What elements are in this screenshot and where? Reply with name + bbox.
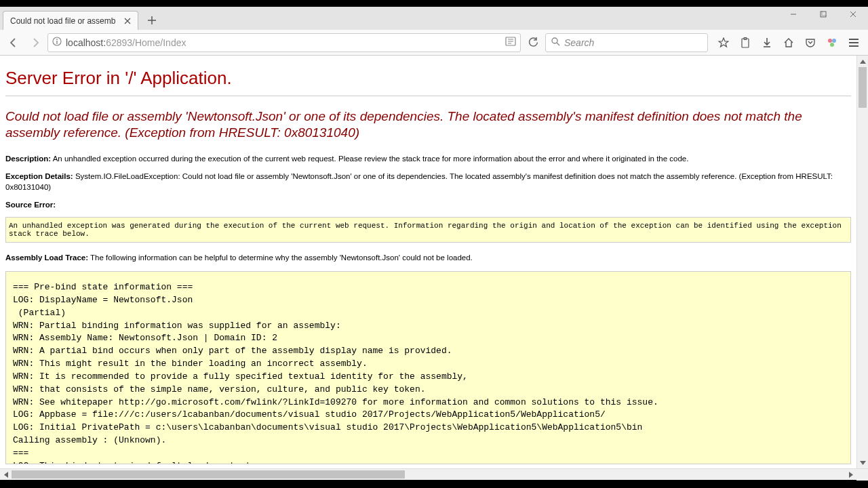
horizontal-scrollbar-thumb[interactable] [12, 470, 405, 479]
svg-point-10 [830, 43, 834, 47]
source-error-box: An unhandled exception was generated dur… [5, 217, 851, 243]
svg-point-2 [53, 37, 61, 45]
description-label: Description: [5, 155, 51, 163]
site-info-icon[interactable] [52, 37, 62, 48]
forward-button[interactable] [26, 33, 45, 52]
trace-intro: The following information can be helpful… [90, 253, 473, 262]
svg-point-3 [56, 39, 58, 40]
page-title: Server Error in '/' Application. [5, 68, 851, 96]
exception-field: Exception Details: System.IO.FileLoadExc… [5, 171, 851, 192]
source-error-label: Source Error: [5, 201, 56, 209]
downloads-icon[interactable] [757, 33, 777, 52]
scroll-up-icon[interactable] [857, 56, 868, 67]
description-field: Description: An unhandled exception occu… [5, 153, 851, 164]
scroll-left-icon[interactable] [0, 469, 12, 481]
browser-tab[interactable]: Could not load file or assembly [3, 11, 138, 30]
extension-icon[interactable] [822, 33, 842, 52]
vertical-scrollbar[interactable] [856, 56, 868, 468]
vertical-scrollbar-thumb[interactable] [859, 67, 867, 108]
back-button[interactable] [4, 33, 23, 52]
window-controls [778, 7, 868, 22]
maximize-button[interactable] [808, 7, 838, 22]
svg-rect-0 [821, 12, 826, 17]
svg-rect-7 [744, 37, 747, 39]
tab-title: Could not load file or assembly [10, 16, 116, 26]
url-text: localhost:62893/Home/Index [66, 37, 186, 48]
svg-rect-4 [506, 37, 515, 45]
minimize-button[interactable] [778, 7, 808, 22]
home-icon[interactable] [778, 33, 799, 52]
reader-mode-icon[interactable] [505, 37, 516, 48]
svg-point-5 [552, 38, 557, 43]
new-tab-button[interactable] [142, 11, 161, 30]
scrollbar-corner [856, 469, 868, 481]
scroll-down-icon[interactable] [857, 457, 868, 468]
close-window-button[interactable] [838, 7, 868, 22]
os-bottom-border [0, 480, 868, 488]
search-bar[interactable]: Search [545, 33, 708, 52]
horizontal-scrollbar-track[interactable] [12, 469, 845, 480]
menu-icon[interactable] [844, 33, 864, 52]
url-bar[interactable]: localhost:62893/Home/Index [47, 33, 521, 52]
search-icon [551, 37, 560, 48]
browser-window: Could not load file or assembly [0, 7, 868, 480]
bookmark-star-icon[interactable] [713, 33, 734, 52]
error-page: Server Error in '/' Application. Could n… [0, 56, 856, 468]
search-placeholder: Search [564, 37, 594, 48]
toolbar-icons [713, 33, 864, 52]
exception-text: System.IO.FileLoadException: Could not l… [5, 172, 833, 191]
error-heading: Could not load file or assembly 'Newtons… [5, 108, 851, 141]
tab-strip: Could not load file or assembly [0, 7, 868, 30]
reload-button[interactable] [524, 33, 542, 52]
exception-label: Exception Details: [5, 172, 73, 180]
horizontal-scrollbar[interactable] [0, 468, 868, 480]
trace-field: Assembly Load Trace: The following infor… [5, 252, 851, 263]
description-text: An unhandled exception occurred during t… [53, 155, 689, 163]
scroll-right-icon[interactable] [845, 469, 856, 481]
svg-point-8 [828, 39, 832, 43]
source-error-field: Source Error: [5, 199, 851, 210]
trace-box: === Pre-bind state information === LOG: … [5, 271, 851, 464]
svg-rect-6 [742, 39, 749, 47]
close-icon[interactable] [121, 15, 134, 27]
viewport: Server Error in '/' Application. Could n… [0, 56, 868, 468]
trace-label: Assembly Load Trace: [5, 253, 88, 262]
pocket-icon[interactable] [800, 33, 821, 52]
svg-rect-1 [822, 11, 827, 16]
svg-point-9 [832, 39, 836, 43]
toolbar: localhost:62893/Home/Index Search [0, 30, 868, 56]
clipboard-icon[interactable] [735, 33, 755, 52]
os-top-border [0, 0, 868, 7]
